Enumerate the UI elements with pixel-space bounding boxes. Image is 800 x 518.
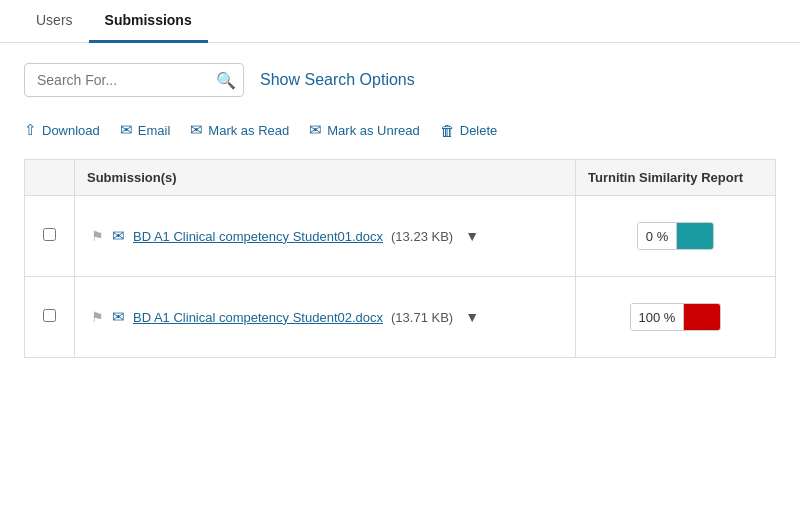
email-icon: ✉: [120, 121, 133, 139]
mark-read-label: Mark as Read: [208, 123, 289, 138]
submission-file-link[interactable]: BD A1 Clinical competency Student01.docx: [133, 229, 383, 244]
similarity-bar[interactable]: 0 %: [637, 222, 714, 250]
row-chevron-button[interactable]: ▼: [465, 309, 479, 325]
toolbar: ⇧ Download ✉ Email ✉ Mark as Read ✉ Mark…: [24, 117, 776, 143]
mark-read-icon: ✉: [190, 121, 203, 139]
col-header-check: [25, 160, 75, 196]
main-content: 🔍 Show Search Options ⇧ Download ✉ Email…: [0, 43, 800, 378]
file-size: (13.71 KB): [391, 310, 453, 325]
similarity-color-block: [677, 223, 713, 249]
download-label: Download: [42, 123, 100, 138]
search-row: 🔍 Show Search Options: [24, 63, 776, 97]
row-checkbox[interactable]: [43, 228, 56, 241]
search-button[interactable]: 🔍: [216, 71, 236, 90]
mark-read-button[interactable]: ✉ Mark as Read: [190, 121, 289, 139]
tab-submissions[interactable]: Submissions: [89, 0, 208, 43]
submissions-table: Submission(s) Turnitin Similarity Report…: [24, 159, 776, 358]
row-checkbox-cell: [25, 277, 75, 358]
mark-unread-icon: ✉: [309, 121, 322, 139]
row-similarity-cell: 0 %: [576, 196, 776, 277]
file-size: (13.23 KB): [391, 229, 453, 244]
similarity-percentage: 0 %: [638, 223, 677, 249]
table-row: ⚑✉BD A1 Clinical competency Student01.do…: [25, 196, 776, 277]
download-icon: ⇧: [24, 121, 37, 139]
mark-unread-label: Mark as Unread: [327, 123, 419, 138]
email-label: Email: [138, 123, 171, 138]
row-submission-cell: ⚑✉BD A1 Clinical competency Student02.do…: [75, 277, 576, 358]
table-row: ⚑✉BD A1 Clinical competency Student02.do…: [25, 277, 776, 358]
row-similarity-cell: 100 %: [576, 277, 776, 358]
email-button[interactable]: ✉ Email: [120, 121, 171, 139]
row-chevron-button[interactable]: ▼: [465, 228, 479, 244]
col-header-submission: Submission(s): [75, 160, 576, 196]
submission-email-icon: ✉: [112, 308, 125, 326]
download-button[interactable]: ⇧ Download: [24, 121, 100, 139]
col-header-turnitin: Turnitin Similarity Report: [576, 160, 776, 196]
mark-unread-button[interactable]: ✉ Mark as Unread: [309, 121, 419, 139]
row-checkbox-cell: [25, 196, 75, 277]
similarity-bar[interactable]: 100 %: [630, 303, 722, 331]
row-checkbox[interactable]: [43, 309, 56, 322]
delete-icon: 🗑: [440, 122, 455, 139]
flag-icon: ⚑: [91, 309, 104, 325]
tab-bar: Users Submissions: [0, 0, 800, 43]
submission-file-link[interactable]: BD A1 Clinical competency Student02.docx: [133, 310, 383, 325]
flag-icon: ⚑: [91, 228, 104, 244]
tab-users[interactable]: Users: [20, 0, 89, 43]
similarity-color-block: [684, 304, 720, 330]
similarity-percentage: 100 %: [631, 304, 685, 330]
show-search-options-link[interactable]: Show Search Options: [260, 71, 415, 89]
row-submission-cell: ⚑✉BD A1 Clinical competency Student01.do…: [75, 196, 576, 277]
search-input[interactable]: [24, 63, 244, 97]
delete-button[interactable]: 🗑 Delete: [440, 122, 498, 139]
search-wrapper: 🔍: [24, 63, 244, 97]
delete-label: Delete: [460, 123, 498, 138]
submission-email-icon: ✉: [112, 227, 125, 245]
